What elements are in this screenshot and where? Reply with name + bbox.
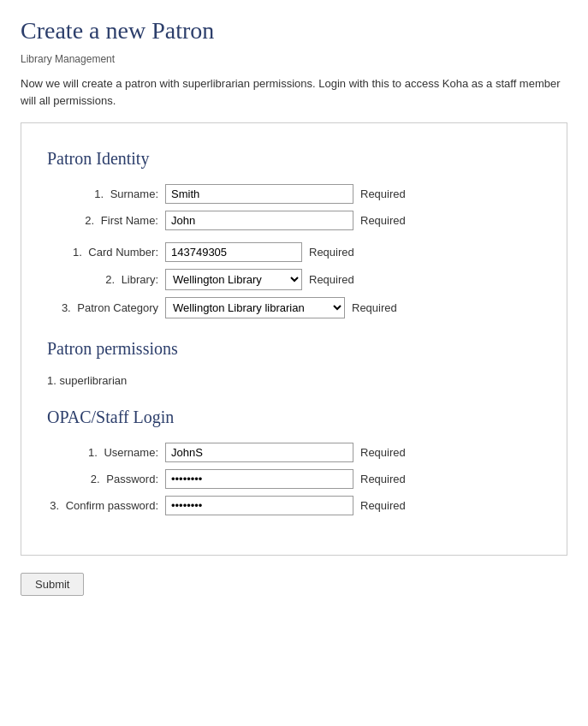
permission-value: superlibrarian — [59, 374, 127, 387]
surname-input[interactable] — [165, 184, 353, 204]
firstname-label: 2. First Name: — [47, 214, 158, 227]
patron-identity-title: Patron Identity — [47, 149, 541, 169]
password-label: 2. Password: — [47, 473, 158, 485]
confirm-password-label: 3. Confirm password: — [47, 499, 158, 512]
page-title: Create a new Patron — [21, 17, 567, 45]
surname-label: 1. Surname: — [47, 187, 158, 200]
firstname-group: 2. First Name: Required — [47, 211, 541, 230]
login-title: OPAC/Staff Login — [47, 408, 541, 427]
submit-button[interactable]: Submit — [21, 573, 84, 596]
password-input[interactable] — [165, 469, 353, 489]
confirm-password-required: Required — [360, 499, 406, 512]
surname-required: Required — [360, 187, 406, 200]
confirm-password-group: 3. Confirm password: Required — [47, 496, 541, 515]
library-group: 2. Library: Wellington Library Required — [47, 269, 541, 290]
firstname-input[interactable] — [165, 211, 353, 230]
password-group: 2. Password: Required — [47, 469, 541, 489]
cardnumber-required: Required — [309, 246, 354, 259]
username-label: 1. Username: — [47, 446, 158, 459]
patron-category-required: Required — [352, 301, 397, 314]
permission-number: 1. — [47, 374, 56, 387]
username-required: Required — [360, 446, 406, 459]
library-label: 2. Library: — [47, 273, 158, 286]
cardnumber-group: 1. Card Number: Required — [47, 242, 541, 262]
intro-text: Now we will create a patron with superli… — [21, 75, 567, 109]
login-section: OPAC/Staff Login 1. Username: Required 2… — [47, 408, 541, 515]
cardnumber-label: 1. Card Number: — [47, 246, 158, 259]
patron-category-group: 3. Patron Category Wellington Library li… — [47, 297, 541, 318]
patron-category-select[interactable]: Wellington Library librarian — [165, 297, 345, 318]
permission-item: 1. superlibrarian — [47, 374, 541, 387]
permissions-section: Patron permissions 1. superlibrarian — [47, 339, 541, 387]
firstname-required: Required — [360, 214, 406, 227]
surname-group: 1. Surname: Required — [47, 184, 541, 204]
cardnumber-input[interactable] — [165, 242, 302, 262]
patron-category-label: 3. Patron Category — [47, 301, 158, 314]
library-required: Required — [309, 273, 354, 286]
breadcrumb: Library Management — [21, 53, 567, 65]
library-select[interactable]: Wellington Library — [165, 269, 302, 290]
permissions-title: Patron permissions — [47, 339, 541, 359]
password-required: Required — [360, 473, 406, 485]
form-container: Patron Identity 1. Surname: Required 2. … — [21, 122, 567, 556]
username-group: 1. Username: Required — [47, 443, 541, 462]
username-input[interactable] — [165, 443, 353, 462]
confirm-password-input[interactable] — [165, 496, 353, 515]
